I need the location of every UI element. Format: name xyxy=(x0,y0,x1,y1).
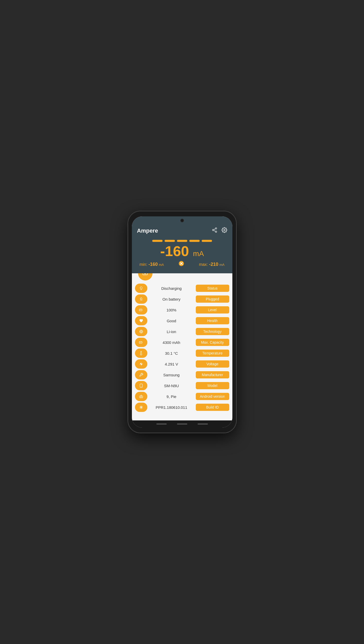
row-value-7: 4.291 V xyxy=(149,362,194,366)
info-row-6: 30.1 °CTemperature xyxy=(135,349,229,358)
row-value-0: Discharging xyxy=(149,286,194,291)
share-icon[interactable] xyxy=(212,227,217,234)
row-value-8: Samsung xyxy=(149,373,194,377)
svg-line-3 xyxy=(214,230,215,231)
row-value-1: On battery xyxy=(149,297,194,301)
info-area: DischargingStatusOn batteryPlugged100%Le… xyxy=(132,273,232,420)
battery-fab-button[interactable] xyxy=(138,273,153,281)
row-icon-9 xyxy=(135,381,147,390)
info-row-9: SM-N9UModel xyxy=(135,381,229,390)
header-icons xyxy=(212,227,227,234)
row-value-6: 30.1 °C xyxy=(149,351,194,355)
settings-icon[interactable] xyxy=(222,227,227,234)
min-value: -160 xyxy=(148,262,158,267)
min-unit: mA xyxy=(159,263,164,267)
info-row-0: DischargingStatus xyxy=(135,284,229,293)
svg-point-1 xyxy=(212,229,214,231)
row-value-9: SM-N9U xyxy=(149,384,194,388)
phone-frame: Ampere xyxy=(128,211,236,433)
app-title: Ampere xyxy=(137,227,158,234)
row-value-3: Good xyxy=(149,319,194,323)
info-rows-container: DischargingStatusOn batteryPlugged100%Le… xyxy=(135,284,229,413)
dash-3 xyxy=(177,240,187,242)
min-display: min: -160 mA xyxy=(140,262,164,267)
front-camera xyxy=(180,219,184,222)
current-unit: mA xyxy=(193,250,204,258)
row-label-7[interactable]: Voltage xyxy=(196,360,229,368)
row-icon-3 xyxy=(135,316,147,325)
min-label: min: xyxy=(140,262,147,267)
row-label-2[interactable]: Level xyxy=(196,306,229,313)
row-label-9[interactable]: Model xyxy=(196,382,229,389)
info-row-1: On batteryPlugged xyxy=(135,294,229,304)
row-icon-4 xyxy=(135,327,147,336)
dash-4 xyxy=(189,240,200,242)
dash-1 xyxy=(152,240,163,242)
svg-point-15 xyxy=(140,331,142,332)
row-label-10[interactable]: Android version xyxy=(196,393,229,400)
row-label-0[interactable]: Status xyxy=(196,285,229,292)
row-value-2: 100% xyxy=(149,308,194,312)
dash-2 xyxy=(165,240,175,242)
dash-5 xyxy=(202,240,212,242)
max-value: -210 xyxy=(209,262,218,267)
nav-dot-1 xyxy=(156,423,167,425)
row-value-10: 9, Pie xyxy=(149,394,194,399)
row-label-4[interactable]: Technology xyxy=(196,328,229,335)
svg-marker-22 xyxy=(140,362,143,366)
svg-line-4 xyxy=(214,229,215,230)
row-label-11[interactable]: Build ID xyxy=(196,404,229,411)
phone-screen: Ampere xyxy=(132,216,232,428)
current-reading: -160 mA xyxy=(137,244,227,258)
info-row-2: 100%Level xyxy=(135,305,229,315)
svg-rect-25 xyxy=(140,396,143,398)
svg-point-26 xyxy=(140,396,141,397)
row-label-3[interactable]: Health xyxy=(196,317,229,324)
svg-point-2 xyxy=(215,231,217,233)
reset-button[interactable] xyxy=(178,260,184,268)
row-label-6[interactable]: Temperature xyxy=(196,350,229,357)
nav-dot-3 xyxy=(198,423,208,425)
nav-dot-2 xyxy=(177,423,187,425)
reading-area: -160 mA min: -160 mA max: xyxy=(132,237,232,273)
info-row-4: Li-ionTechnology xyxy=(135,327,229,336)
row-value-4: Li-ion xyxy=(149,329,194,334)
row-label-8[interactable]: Manufacturer xyxy=(196,371,229,378)
row-icon-5 xyxy=(135,338,147,347)
row-value-5: 4300 mAh xyxy=(149,340,194,345)
dashes-row xyxy=(137,240,227,242)
info-row-8: SamsungManufacturer xyxy=(135,370,229,379)
app-header: Ampere xyxy=(132,225,232,237)
camera-bar xyxy=(132,216,232,225)
svg-point-27 xyxy=(141,396,142,397)
max-unit: mA xyxy=(219,263,225,267)
svg-point-5 xyxy=(224,229,225,231)
svg-point-0 xyxy=(215,228,217,229)
bottom-nav-bar xyxy=(132,420,232,428)
info-row-3: GoodHealth xyxy=(135,316,229,325)
info-row-11: PPR1.180610.011Build ID xyxy=(135,403,229,412)
current-number: -160 xyxy=(160,243,189,259)
row-label-1[interactable]: Plugged xyxy=(196,295,229,303)
min-max-row: min: -160 mA max: -210 mA xyxy=(137,260,227,268)
row-icon-10 xyxy=(135,392,147,401)
row-icon-7 xyxy=(135,359,147,369)
max-display: max: -210 mA xyxy=(199,262,224,267)
row-icon-8 xyxy=(135,370,147,379)
row-icon-11 xyxy=(135,403,147,412)
row-value-11: PPR1.180610.011 xyxy=(149,405,194,410)
row-icon-0 xyxy=(135,284,147,293)
max-label: max: xyxy=(199,262,208,267)
row-icon-6 xyxy=(135,349,147,358)
info-row-10: 9, PieAndroid version xyxy=(135,392,229,401)
row-label-5[interactable]: Max. Capacity xyxy=(196,339,229,346)
row-icon-1 xyxy=(135,294,147,304)
info-row-7: 4.291 VVoltage xyxy=(135,359,229,369)
row-icon-2 xyxy=(135,305,147,315)
info-row-5: 4300 mAhMax. Capacity xyxy=(135,338,229,347)
